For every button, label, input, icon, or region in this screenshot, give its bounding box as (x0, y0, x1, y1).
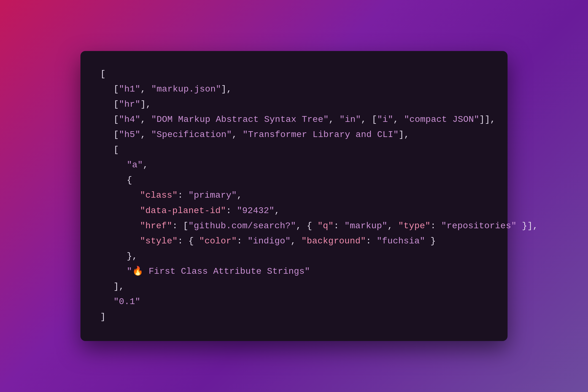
line-arr-close: ], (100, 279, 488, 294)
line-hr: ["hr"], (100, 97, 488, 112)
line-obj-open: { (100, 173, 488, 188)
line-arr-open: [ (100, 142, 488, 157)
line-close-bracket: ] (100, 309, 488, 324)
line-planet: "data-planet-id": "92432", (100, 203, 488, 218)
line-version: "0.1" (100, 294, 488, 309)
code-block: [ ["h1", "markup.json"], ["hr"], ["h4", … (100, 66, 488, 324)
line-h4: ["h4", "DOM Markup Abstract Syntax Tree"… (100, 112, 488, 127)
line-obj-close: }, (100, 249, 488, 264)
line-class: "class": "primary", (100, 188, 488, 203)
line-h5: ["h5", "Specification", "Transformer Lib… (100, 127, 488, 142)
code-panel: [ ["h1", "markup.json"], ["hr"], ["h4", … (80, 51, 508, 341)
line-open-bracket: [ (100, 66, 488, 82)
line-a-tag: "a", (100, 157, 488, 173)
line-h1: ["h1", "markup.json"], (100, 82, 488, 97)
line-href: "href": ["github.com/search?", { "q": "m… (100, 218, 488, 233)
line-fire: "🔥 First Class Attribute Strings" (100, 264, 488, 279)
line-style: "style": { "color": "indigo", "backgroun… (100, 233, 488, 249)
